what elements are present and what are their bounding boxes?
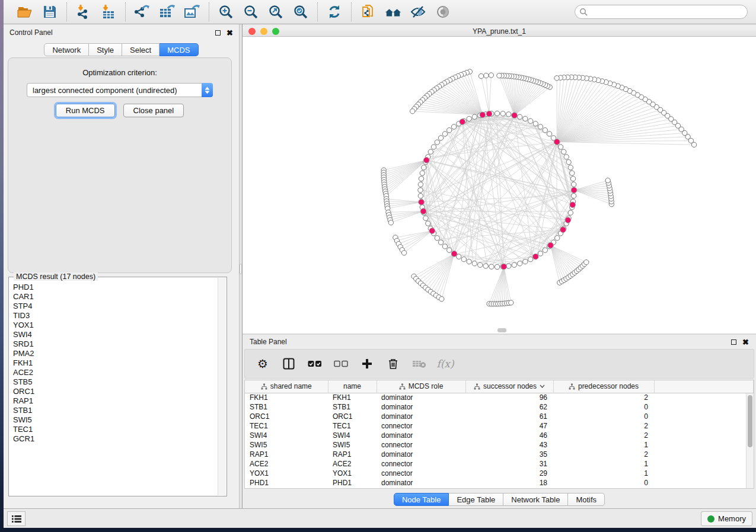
float-panel-icon[interactable] — [215, 30, 221, 36]
mcds-result-item[interactable]: CAR1 — [13, 292, 218, 302]
mcds-result-item[interactable]: GCR1 — [13, 434, 218, 444]
table-tabs: Node TableEdge TableNetwork TableMotifs — [243, 493, 756, 506]
mcds-result-item[interactable]: PMA2 — [13, 349, 218, 358]
mcds-result-item[interactable]: SWI5 — [13, 415, 218, 425]
mcds-result-item[interactable]: ACE2 — [13, 368, 218, 377]
add-column-icon[interactable] — [360, 357, 374, 371]
mcds-result-item[interactable]: STB5 — [13, 377, 218, 387]
table-row[interactable]: TEC1TEC1connector472 — [245, 421, 754, 431]
show-panels-button[interactable] — [7, 511, 25, 526]
table-settings-icon[interactable]: ⚙ — [256, 357, 270, 371]
zoom-selected-icon[interactable] — [292, 4, 309, 20]
memory-status-icon — [707, 515, 714, 523]
zoom-fit-icon[interactable] — [267, 4, 284, 20]
network-hscrollbar[interactable] — [497, 328, 506, 332]
mcds-result-item[interactable]: ORC1 — [13, 387, 218, 396]
import-network-icon[interactable] — [75, 4, 92, 20]
view-group — [352, 4, 460, 20]
tab-style[interactable]: Style — [89, 43, 122, 56]
table-row[interactable]: ORC1ORC1dominator610 — [245, 412, 754, 421]
column-header-name[interactable]: name — [328, 380, 377, 393]
tab-edge-table[interactable]: Edge Table — [449, 493, 503, 506]
open-session-icon[interactable] — [17, 4, 33, 20]
tab-node-table[interactable]: Node Table — [394, 493, 449, 506]
control-panel: Control Panel ✖ NetworkStyleSelectMCDS O… — [4, 24, 239, 508]
mcds-result-item[interactable]: TEC1 — [13, 425, 218, 434]
table-row[interactable]: ACE2ACE2connector311 — [245, 459, 754, 469]
mcds-result-item[interactable]: PHD1 — [13, 283, 218, 292]
session-group — [8, 4, 66, 20]
memory-label: Memory — [718, 514, 746, 523]
import-group — [67, 4, 125, 20]
mcds-options-box: Optimization criterion: largest connecte… — [8, 57, 232, 273]
apply-layout-icon[interactable] — [326, 4, 343, 20]
node-table-container: shared namenameMCDS rolesuccessor nodesp… — [244, 380, 754, 489]
float-table-panel-icon[interactable] — [731, 339, 736, 345]
tab-network[interactable]: Network — [44, 43, 89, 56]
mcds-result-item[interactable]: FKH1 — [13, 358, 218, 368]
zoom-out-icon[interactable] — [243, 4, 259, 20]
table-row[interactable]: RAP1RAP1dominator352 — [245, 450, 754, 459]
mcds-result-item[interactable]: SWI4 — [13, 330, 218, 339]
table-row[interactable]: PHD1PHD1dominator180 — [245, 478, 754, 488]
select-all-icon[interactable] — [308, 357, 322, 371]
tab-select[interactable]: Select — [122, 43, 160, 56]
layout-group — [318, 4, 351, 20]
search-input[interactable] — [575, 5, 748, 19]
save-session-icon[interactable] — [42, 4, 58, 20]
network-graph[interactable] — [243, 37, 756, 334]
mcds-result-list[interactable]: PHD1CAR1STP4TID3YOX1SWI4SRD1PMA2FKH1ACE2… — [9, 278, 218, 495]
column-header-shared-name[interactable]: shared name — [245, 380, 328, 393]
list-icon — [11, 515, 22, 523]
first-neighbors-icon[interactable] — [385, 4, 401, 20]
export-network-icon[interactable] — [134, 4, 151, 20]
table-vscrollbar-thumb[interactable] — [748, 395, 752, 447]
mcds-result-item[interactable]: SRD1 — [13, 339, 218, 349]
network-window-title: YPA_prune.txt_1 — [243, 27, 756, 36]
search-container — [575, 5, 748, 19]
memory-button[interactable]: Memory — [701, 511, 752, 526]
export-image-icon[interactable] — [184, 4, 200, 20]
table-row[interactable]: SWI4SWI4dominator462 — [245, 431, 754, 440]
export-table-icon[interactable] — [159, 4, 176, 20]
hide-selected-icon[interactable] — [410, 4, 426, 20]
table-row[interactable]: FKH1FKH1dominator962 — [245, 393, 754, 402]
deselect-all-icon[interactable] — [334, 357, 348, 371]
mcds-result-item[interactable]: RAP1 — [13, 396, 218, 406]
delete-column-icon[interactable] — [386, 357, 400, 371]
tab-motifs[interactable]: Motifs — [568, 493, 605, 506]
network-canvas[interactable] — [243, 37, 756, 334]
column-header-predecessor-nodes[interactable]: predecessor nodes — [553, 380, 654, 393]
show-all-icon[interactable] — [435, 4, 451, 20]
import-table-icon[interactable] — [100, 4, 117, 20]
status-bar: Memory — [4, 508, 756, 528]
run-mcds-button[interactable]: Run MCDS — [56, 104, 115, 117]
table-row[interactable]: YOX1YOX1connector291 — [245, 469, 754, 478]
mcds-result-item[interactable]: STB1 — [13, 406, 218, 415]
mcds-result-item[interactable]: TID3 — [13, 311, 218, 321]
control-panel-tabs: NetworkStyleSelectMCDS — [4, 43, 239, 56]
mcds-list-scrollbar[interactable] — [218, 278, 226, 495]
optimization-criterion-dropdown[interactable]: largest connected component (undirected) — [27, 83, 213, 97]
tab-network-table[interactable]: Network Table — [503, 493, 568, 506]
close-panel-icon[interactable]: ✖ — [227, 29, 233, 37]
column-header-MCDS-role[interactable]: MCDS role — [377, 380, 465, 393]
table-panel-header: Table Panel ✖ — [243, 335, 756, 349]
zoom-in-icon[interactable] — [218, 4, 234, 20]
mcds-result-item[interactable]: YOX1 — [13, 321, 218, 330]
tab-mcds[interactable]: MCDS — [160, 43, 198, 56]
table-row[interactable]: SWI5SWI5connector431 — [245, 440, 754, 450]
mcds-result-item[interactable]: STP4 — [13, 302, 218, 311]
close-panel-button[interactable]: Close panel — [123, 104, 184, 117]
dropdown-value: largest connected component (undirected) — [33, 86, 177, 95]
column-header-successor-nodes[interactable]: successor nodes — [465, 380, 553, 393]
splitter-handle-icon[interactable] — [240, 264, 242, 274]
clone-network-icon[interactable] — [360, 4, 377, 20]
close-table-panel-icon[interactable]: ✖ — [742, 338, 749, 346]
table-vscrollbar[interactable] — [746, 393, 754, 488]
main-toolbar — [4, 0, 756, 24]
control-panel-header: Control Panel ✖ — [4, 24, 239, 41]
show-columns-icon[interactable] — [282, 357, 296, 371]
table-row[interactable]: STB1STB1dominator620 — [245, 402, 754, 412]
network-window-titlebar: YPA_prune.txt_1 — [243, 27, 756, 37]
